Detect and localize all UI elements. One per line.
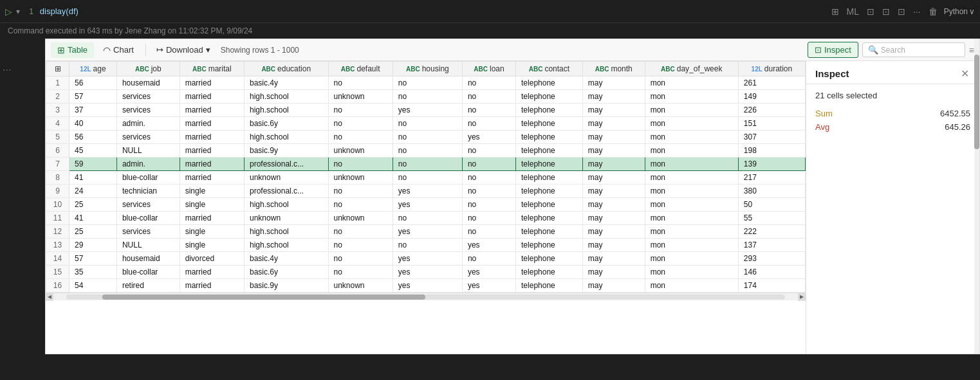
table-cell-age[interactable]: 35 [69,266,117,279]
table-container[interactable]: ⊞ 12Lage ABCjob ABCmarital ABCeducation … [46,61,806,354]
table-cell-day_of_week[interactable]: mon [645,225,738,239]
table-cell-housing[interactable]: no [393,90,462,104]
ml-icon[interactable]: ML [846,5,860,18]
col-header-default[interactable]: ABCdefault [328,62,393,77]
table-cell-education[interactable]: high.school [245,239,328,252]
table-cell-default[interactable]: no [328,77,393,90]
table-cell-job[interactable]: NULL [116,144,180,158]
table-cell-day_of_week[interactable]: mon [645,131,738,144]
table-cell-default[interactable]: unknown [328,144,393,158]
delete-icon[interactable]: 🗑 [927,5,939,18]
table-cell-education[interactable]: basic.9y [245,144,328,158]
table-row[interactable]: 1654retiredmarriedbasic.9yunknownyesyest… [46,279,806,293]
table-cell-default[interactable]: no [328,104,393,117]
table-cell-job[interactable]: retired [116,279,180,293]
table-cell-age[interactable]: 41 [69,171,117,185]
table-cell-housing[interactable]: yes [393,198,462,212]
table-row[interactable]: 759admin.marriedprofessional.c...nononot… [46,158,806,171]
table-cell-duration[interactable]: 226 [738,104,805,117]
inspect-close-button[interactable]: ✕ [959,68,970,80]
table-cell-day_of_week[interactable]: mon [645,144,738,158]
table-cell-education[interactable]: basic.9y [245,279,328,293]
table-cell-education[interactable]: basic.6y [245,266,328,279]
table-cell-duration[interactable]: 222 [738,225,805,239]
language-badge[interactable]: Python ∨ [944,7,975,16]
table-cell-job[interactable]: services [116,90,180,104]
table-cell-contact[interactable]: telephone [516,131,583,144]
col-header-loan[interactable]: ABCloan [462,62,515,77]
table-cell-default[interactable]: unknown [328,90,393,104]
table-cell-duration[interactable]: 217 [738,171,805,185]
table-cell-duration[interactable]: 137 [738,239,805,252]
run-icon[interactable]: ▷ [5,6,12,17]
table-cell-age[interactable]: 56 [69,131,117,144]
table-cell-day_of_week[interactable]: mon [645,252,738,266]
table-cell-loan[interactable]: no [462,90,515,104]
table-row[interactable]: 156housemaidmarriedbasic.4ynononotelepho… [46,77,806,90]
table-cell-month[interactable]: may [582,266,645,279]
table-cell-job[interactable]: admin. [116,117,180,131]
table-cell-housing[interactable]: no [393,131,462,144]
table-cell-duration[interactable]: 293 [738,252,805,266]
col-header-job[interactable]: ABCjob [116,62,180,77]
inspect-button[interactable]: ⊡ Inspect [808,42,858,58]
col-header-housing[interactable]: ABChousing [393,62,462,77]
table-cell-education[interactable]: basic.6y [245,117,328,131]
table-cell-age[interactable]: 24 [69,185,117,198]
scroll-right-arrow[interactable]: ▶ [798,293,806,301]
table-cell-housing[interactable]: no [393,117,462,131]
table-cell-loan[interactable]: yes [462,131,515,144]
table-cell-loan[interactable]: no [462,104,515,117]
table-cell-month[interactable]: may [582,212,645,225]
table-cell-education[interactable]: professional.c... [245,158,328,171]
table-cell-marital[interactable]: married [180,144,244,158]
table-row[interactable]: 924techniciansingleprofessional.c...noye… [46,185,806,198]
table-cell-duration[interactable]: 151 [738,117,805,131]
table-cell-default[interactable]: unknown [328,212,393,225]
table-cell-contact[interactable]: telephone [516,144,583,158]
table-cell-marital[interactable]: single [180,198,244,212]
table-cell-day_of_week[interactable]: mon [645,77,738,90]
table-cell-marital[interactable]: divorced [180,252,244,266]
table-cell-housing[interactable]: yes [393,104,462,117]
table-cell-duration[interactable]: 55 [738,212,805,225]
table-cell-duration[interactable]: 307 [738,131,805,144]
table-cell-housing[interactable]: yes [393,185,462,198]
table-row[interactable]: 556servicesmarriedhigh.schoolnonoyestele… [46,131,806,144]
table-cell-loan[interactable]: no [462,77,515,90]
table-cell-duration[interactable]: 50 [738,198,805,212]
table-cell-contact[interactable]: telephone [516,77,583,90]
table-cell-housing[interactable]: yes [393,252,462,266]
table-cell-default[interactable]: no [328,225,393,239]
table-cell-housing[interactable]: no [393,171,462,185]
table-cell-day_of_week[interactable]: mon [645,117,738,131]
table-cell-contact[interactable]: telephone [516,266,583,279]
table-cell-job[interactable]: services [116,104,180,117]
table-cell-education[interactable]: high.school [245,131,328,144]
table-cell-job[interactable]: blue-collar [116,266,180,279]
table-cell-age[interactable]: 59 [69,158,117,171]
col-header-age[interactable]: 12Lage [69,62,117,77]
table-cell-contact[interactable]: telephone [516,117,583,131]
table-cell-contact[interactable]: telephone [516,252,583,266]
table-row[interactable]: 1457housemaiddivorcedbasic.4ynoyesnotele… [46,252,806,266]
table-cell-education[interactable]: unknown [245,212,328,225]
col-header-duration[interactable]: 12Lduration [738,62,805,77]
table-cell-job[interactable]: services [116,131,180,144]
table-cell-education[interactable]: high.school [245,90,328,104]
table-cell-month[interactable]: may [582,252,645,266]
table-cell-job[interactable]: services [116,225,180,239]
table-cell-marital[interactable]: single [180,225,244,239]
table-cell-job[interactable]: technician [116,185,180,198]
table-cell-month[interactable]: may [582,279,645,293]
table-cell-month[interactable]: may [582,104,645,117]
table-cell-contact[interactable]: telephone [516,158,583,171]
table-cell-month[interactable]: may [582,144,645,158]
table-cell-age[interactable]: 57 [69,252,117,266]
table-cell-contact[interactable]: telephone [516,198,583,212]
table-cell-housing[interactable]: yes [393,225,462,239]
table-cell-default[interactable]: no [328,266,393,279]
table-cell-contact[interactable]: telephone [516,104,583,117]
table-cell-loan[interactable]: yes [462,279,515,293]
table-cell-default[interactable]: no [328,252,393,266]
